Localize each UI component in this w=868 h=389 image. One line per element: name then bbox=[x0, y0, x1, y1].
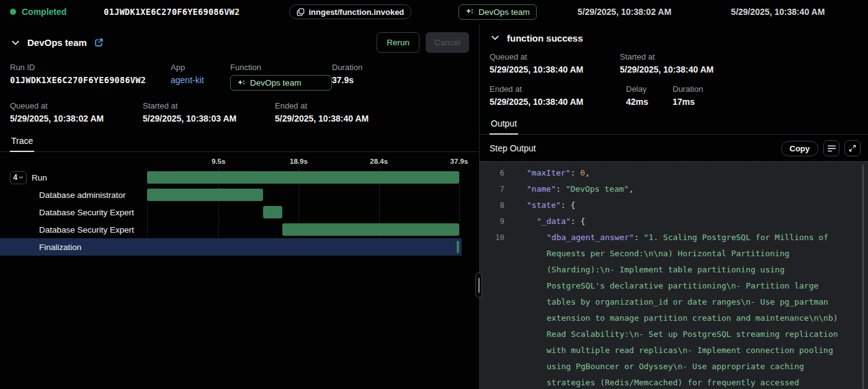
function-badge-label: DevOps team bbox=[250, 78, 302, 87]
field-run-id: Run ID01JWDK1XE6C270F6YE69086VW2 bbox=[10, 63, 171, 91]
field-app: Appagent-kit bbox=[171, 63, 230, 91]
field-duration: Duration37.9s bbox=[332, 63, 362, 91]
external-link-icon[interactable] bbox=[94, 38, 104, 47]
trace-row-labelcell: 4Run bbox=[0, 171, 147, 184]
left-tabs: Trace bbox=[0, 133, 479, 152]
step-header-row: function success bbox=[480, 24, 868, 46]
field-started-at: Started at5/29/2025, 10:38:40 AM bbox=[620, 52, 714, 74]
trace-waterfall: 9.5s18.9s28.4s37.9s 4RunDatabase adminis… bbox=[0, 156, 479, 389]
child-count: 4 bbox=[13, 173, 17, 182]
tab-trace[interactable]: Trace bbox=[10, 133, 34, 152]
field-value-ended-at: 5/29/2025, 10:38:40 AM bbox=[275, 114, 369, 123]
collapse-step-chevron-icon[interactable] bbox=[490, 32, 501, 43]
span-bar[interactable] bbox=[147, 189, 263, 201]
span-bar[interactable] bbox=[263, 206, 282, 218]
code-content: "state": { bbox=[517, 197, 868, 213]
run-title: DevOps team bbox=[27, 37, 87, 48]
field-value-ended-at: 5/29/2025, 10:38:40 AM bbox=[490, 97, 626, 107]
expand-button[interactable] bbox=[844, 140, 861, 156]
field-ended-at: Ended at5/29/2025, 10:38:40 AM bbox=[275, 101, 369, 123]
field-started-at: Started at5/29/2025, 10:38:03 AM bbox=[143, 101, 275, 123]
field-label: Duration bbox=[673, 84, 703, 94]
trace-row-labelcell: Database Security Expert bbox=[0, 208, 147, 217]
trace-row-database-administrator[interactable]: Database administrator bbox=[0, 186, 462, 203]
word-wrap-icon bbox=[828, 145, 836, 152]
step-detail-panel: function success Queued at5/29/2025, 10:… bbox=[480, 24, 868, 389]
expand-icon bbox=[849, 145, 856, 152]
trace-row-labelcell: Finalization bbox=[0, 243, 147, 252]
status-dot-icon bbox=[10, 9, 16, 15]
collapse-run-chevron-icon[interactable] bbox=[10, 37, 21, 48]
copy-button[interactable]: Copy bbox=[781, 141, 819, 156]
axis-tick-label: 9.5s bbox=[212, 158, 225, 165]
field-label: Ended at bbox=[275, 101, 369, 110]
trace-time-axis: 9.5s18.9s28.4s37.9s bbox=[147, 156, 459, 169]
field-delay: Delay42ms bbox=[626, 84, 673, 107]
event-trigger-badge[interactable]: inngest/function.invoked bbox=[289, 4, 411, 19]
step-times-row-1: Queued at5/29/2025, 10:38:40 AMStarted a… bbox=[480, 52, 868, 74]
field-value-app[interactable]: agent-kit bbox=[171, 75, 230, 85]
step-title: function success bbox=[507, 33, 583, 43]
field-value-delay: 42ms bbox=[626, 97, 673, 107]
code-content: "name": "DevOps team", bbox=[517, 181, 868, 197]
trace-row-database-security-expert[interactable]: Database Security Expert bbox=[0, 221, 462, 238]
span-bar[interactable] bbox=[282, 223, 459, 236]
code-line-10: 10"dba_agent_answer": "1. Scaling Postgr… bbox=[480, 230, 868, 389]
step-output-code: 6"maxIter": 0,7"name": "DevOps team",8"s… bbox=[480, 161, 868, 389]
child-count-expander[interactable]: 4 bbox=[10, 171, 27, 184]
span-bar[interactable] bbox=[457, 241, 459, 253]
chevron-down-icon bbox=[19, 175, 24, 180]
topbar-queued-time: 5/29/2025, 10:38:02 AM bbox=[578, 7, 671, 17]
trace-row-timeline bbox=[147, 203, 459, 221]
code-scrollbar[interactable] bbox=[862, 164, 864, 389]
line-number: 6 bbox=[480, 165, 504, 181]
trace-row-database-security-expert[interactable]: Database Security Expert bbox=[0, 203, 462, 221]
right-tabs: Output bbox=[480, 116, 868, 135]
trace-row-finalization[interactable]: Finalization bbox=[0, 238, 462, 256]
trace-row-label: Run bbox=[32, 173, 47, 182]
trace-row-timeline bbox=[147, 238, 459, 256]
run-detail-panel: DevOps team Rerun Cancel Run ID01JWDK1XE… bbox=[0, 24, 480, 389]
code-line-9: 9"_data": { bbox=[480, 213, 868, 230]
run-status-bar: Completed 01JWDK1XE6C270F6YE69086VW2 inn… bbox=[0, 0, 868, 24]
field-label: Queued at bbox=[490, 52, 620, 61]
field-function: FunctionDevOps team bbox=[230, 63, 332, 91]
trace-row-run[interactable]: 4Run bbox=[0, 169, 462, 186]
tab-output[interactable]: Output bbox=[490, 116, 518, 135]
field-value-started-at: 5/29/2025, 10:38:40 AM bbox=[620, 65, 714, 74]
topbar-function-badge-label: DevOps team bbox=[478, 7, 530, 17]
axis-tick-label: 37.9s bbox=[450, 158, 468, 165]
field-label: App bbox=[171, 63, 230, 72]
span-bar[interactable] bbox=[147, 171, 459, 184]
trace-row-labelcell: Database Security Expert bbox=[0, 225, 147, 235]
word-wrap-button[interactable] bbox=[823, 140, 839, 156]
step-output-header: Step Output Copy bbox=[480, 135, 868, 161]
field-value-duration: 17ms bbox=[673, 97, 703, 107]
field-queued-at: Queued at5/29/2025, 10:38:02 AM bbox=[10, 101, 143, 123]
field-value-started-at: 5/29/2025, 10:38:03 AM bbox=[143, 114, 275, 123]
cancel-button[interactable]: Cancel bbox=[426, 32, 469, 53]
axis-tick-label: 18.9s bbox=[290, 158, 308, 165]
code-line-7: 7"name": "DevOps team", bbox=[480, 181, 868, 197]
code-line-8: 8"state": { bbox=[480, 197, 868, 213]
rerun-button[interactable]: Rerun bbox=[377, 32, 419, 53]
trace-row-timeline bbox=[147, 169, 459, 186]
code-line-6: 6"maxIter": 0, bbox=[480, 165, 868, 181]
topbar-run-id: 01JWDK1XE6C270F6YE69086VW2 bbox=[104, 7, 239, 17]
line-number: 8 bbox=[480, 197, 504, 213]
line-number: 7 bbox=[480, 181, 504, 197]
event-icon bbox=[297, 8, 305, 16]
code-content: "dba_agent_answer": "1. Scaling PostgreS… bbox=[517, 230, 868, 389]
topbar-function-badge[interactable]: DevOps team bbox=[459, 4, 537, 20]
run-details-row: Run ID01JWDK1XE6C270F6YE69086VW2Appagent… bbox=[0, 63, 479, 91]
field-label: Queued at bbox=[10, 101, 143, 110]
trace-rows: 4RunDatabase administratorDatabase Secur… bbox=[0, 169, 462, 256]
step-times-row-2: Ended at5/29/2025, 10:38:40 AMDelay42msD… bbox=[480, 84, 868, 107]
function-badge[interactable]: DevOps team bbox=[230, 75, 332, 91]
run-header: DevOps team Rerun Cancel bbox=[0, 24, 479, 55]
line-number: 10 bbox=[480, 230, 504, 389]
field-label: Ended at bbox=[490, 84, 626, 94]
panel-resize-handle[interactable] bbox=[475, 272, 482, 298]
field-label: Delay bbox=[626, 84, 673, 94]
field-value-queued-at: 5/29/2025, 10:38:02 AM bbox=[10, 114, 143, 123]
